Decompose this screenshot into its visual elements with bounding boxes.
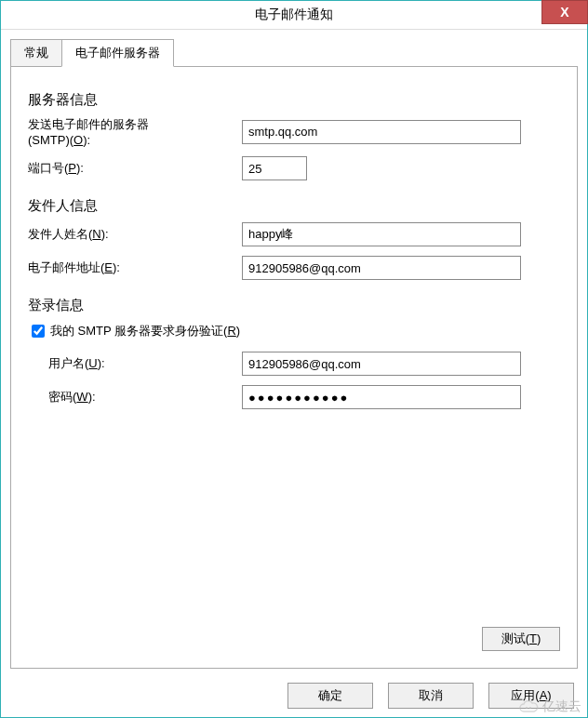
- tab-strip: 常规 电子邮件服务器: [10, 39, 578, 67]
- password-input[interactable]: [242, 385, 521, 409]
- port-input-col: [242, 156, 560, 180]
- sender-email-input-col: [242, 256, 560, 280]
- tab-general-label: 常规: [24, 46, 48, 60]
- port-label: 端口号(P):: [28, 160, 242, 177]
- section-server-info: 服务器信息: [28, 91, 560, 109]
- sender-name-input[interactable]: [242, 222, 521, 246]
- section-login-info: 登录信息: [28, 297, 560, 314]
- row-auth-checkbox: 我的 SMTP 服务器要求身份验证(R): [28, 322, 560, 340]
- username-label: 用户名(U):: [28, 355, 242, 372]
- auth-checkbox[interactable]: [32, 325, 45, 338]
- apply-button[interactable]: 应用(A): [488, 683, 574, 709]
- footer-buttons: 确定 取消 应用(A): [287, 683, 574, 709]
- auth-checkbox-label: 我的 SMTP 服务器要求身份验证(R): [50, 323, 240, 339]
- tab-mail-server-label: 电子邮件服务器: [75, 46, 160, 60]
- row-sender-name: 发件人姓名(N):: [28, 222, 560, 246]
- close-button[interactable]: X: [541, 0, 588, 24]
- test-button-wrap: 测试(T): [482, 627, 560, 651]
- tab-mail-server[interactable]: 电子邮件服务器: [61, 39, 174, 67]
- ok-button[interactable]: 确定: [287, 683, 373, 709]
- cancel-button[interactable]: 取消: [388, 683, 474, 709]
- row-username: 用户名(U):: [28, 352, 560, 376]
- row-smtp: 发送电子邮件的服务器 (SMTP)(O):: [28, 116, 560, 147]
- smtp-input-col: [242, 120, 560, 144]
- tab-panel-mail-server: 服务器信息 发送电子邮件的服务器 (SMTP)(O): 端口号(P):: [10, 66, 578, 669]
- row-port: 端口号(P):: [28, 156, 560, 180]
- section-sender-info: 发件人信息: [28, 197, 560, 215]
- sender-email-label: 电子邮件地址(E):: [28, 259, 242, 276]
- titlebar: 电子邮件通知 X: [1, 1, 587, 30]
- tab-general[interactable]: 常规: [10, 39, 62, 67]
- close-icon: X: [560, 5, 568, 20]
- client-area: 常规 电子邮件服务器 服务器信息 发送电子邮件的服务器 (SMTP)(O):: [1, 30, 587, 718]
- password-input-col: [242, 385, 560, 409]
- sender-email-input[interactable]: [242, 256, 521, 280]
- username-input-col: [242, 352, 560, 376]
- username-input[interactable]: [242, 352, 521, 376]
- smtp-label: 发送电子邮件的服务器 (SMTP)(O):: [28, 116, 242, 147]
- dialog-window: 电子邮件通知 X 常规 电子邮件服务器 服务器信息 发送电子邮件的服务器 (SM…: [0, 0, 588, 718]
- port-input[interactable]: [242, 156, 307, 180]
- row-sender-email: 电子邮件地址(E):: [28, 256, 560, 280]
- dialog-title: 电子邮件通知: [255, 7, 333, 23]
- test-button[interactable]: 测试(T): [482, 627, 560, 651]
- sender-name-input-col: [242, 222, 560, 246]
- sender-name-label: 发件人姓名(N):: [28, 226, 242, 243]
- password-label: 密码(W):: [28, 389, 242, 406]
- row-password: 密码(W):: [28, 385, 560, 409]
- smtp-input[interactable]: [242, 120, 521, 144]
